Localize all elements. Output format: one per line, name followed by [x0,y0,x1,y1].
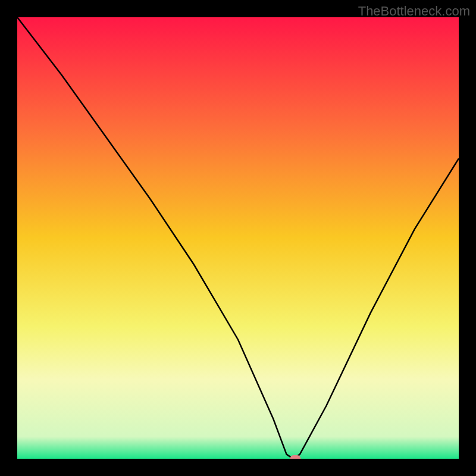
watermark-text: TheBottleneck.com [358,4,470,19]
bottleneck-chart [0,0,476,476]
baseline [17,459,459,476]
chart-background [17,17,459,459]
